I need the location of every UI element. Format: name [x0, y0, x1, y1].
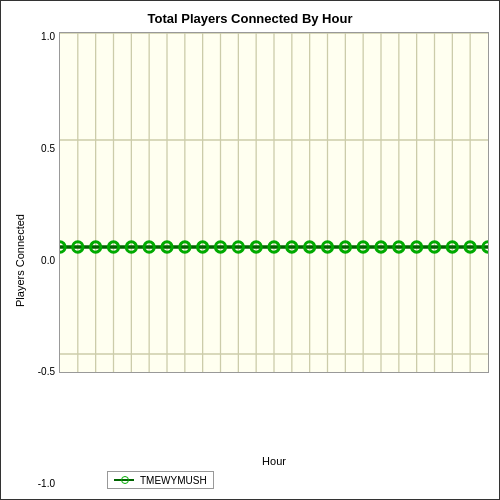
legend-area: TMEWYMUSH — [107, 471, 214, 489]
data-svg — [60, 33, 488, 373]
legend-icon — [114, 474, 136, 486]
chart-container: Total Players Connected By Hour Players … — [0, 0, 500, 500]
legend-label: TMEWYMUSH — [140, 475, 207, 486]
y-tick-neg1.0: -1.0 — [38, 479, 55, 489]
chart-body: Players Connected 1.0 0.5 0.0 -0.5 -1.0 — [11, 32, 489, 489]
y-tick-1.0: 1.0 — [41, 32, 55, 42]
y-axis-ticks: 1.0 0.5 0.0 -0.5 -1.0 — [29, 32, 59, 489]
plot-area-wrapper: 6/12 11 PM6/13 1 AM6/13 3 AM6/13 5 AM6/1… — [59, 32, 489, 489]
y-axis-label: Players Connected — [11, 32, 29, 489]
y-tick-0.0: 0.0 — [41, 256, 55, 266]
y-tick-0.5: 0.5 — [41, 144, 55, 154]
chart-title: Total Players Connected By Hour — [148, 11, 353, 26]
plot-area — [59, 32, 489, 373]
x-axis-title: Hour — [59, 455, 489, 467]
y-tick-neg0.5: -0.5 — [38, 367, 55, 377]
x-axis-labels: 6/12 11 PM6/13 1 AM6/13 3 AM6/13 5 AM6/1… — [59, 373, 489, 453]
